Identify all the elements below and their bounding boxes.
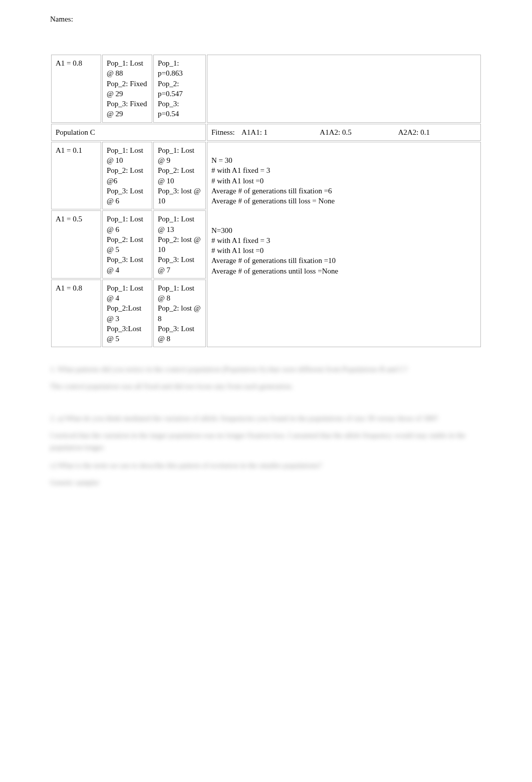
cell-pop-n300: Pop_1: Lost @ 8 Pop_2: lost @ 8 Pop_3: L… bbox=[153, 280, 206, 348]
question-2c: c) What is the term we use to describe t… bbox=[50, 459, 482, 471]
question-1: 1. What patterns did you notice in the c… bbox=[50, 363, 482, 375]
cell-a1: A1 = 0.1 bbox=[51, 142, 101, 210]
fitness-a1a2: A1A2: 0.5 bbox=[320, 127, 398, 137]
cell-pop-n300: Pop_1: Lost @ 13 Pop_2: lost @ 10 Pop_3:… bbox=[153, 210, 206, 279]
data-table: A1 = 0.8 Pop_1: Lost @ 88 Pop_2: Fixed @… bbox=[50, 54, 482, 348]
names-label: Names: bbox=[50, 15, 482, 24]
cell-pop-n30: Pop_1: Lost @ 4 Pop_2:Lost @ 3 Pop_3:Los… bbox=[102, 280, 152, 348]
question-2a: 2. a) What do you think mediated the var… bbox=[50, 412, 482, 424]
cell-a1: A1 = 0.8 bbox=[51, 280, 101, 348]
fitness-a1a1: A1A1: 1 bbox=[241, 127, 320, 137]
cell-summary: N = 30 # with A1 fixed = 3 # with A1 los… bbox=[207, 142, 481, 348]
table-row: A1 = 0.1 Pop_1: Lost @ 10 Pop_2: Lost @6… bbox=[51, 142, 481, 210]
cell-pop-n300: Pop_1: p=0.863 Pop_2: p=0.547 Pop_3: p=0… bbox=[153, 55, 206, 123]
cell-population-label: Population C bbox=[51, 124, 206, 141]
cell-pop-n30: Pop_1: Lost @ 10 Pop_2: Lost @6 Pop_3: L… bbox=[102, 142, 152, 210]
answer-1: The control population was all fixed and… bbox=[50, 380, 482, 392]
table-row: Population C Fitness: A1A1: 1 A1A2: 0.5 … bbox=[51, 124, 481, 141]
cell-a1: A1 = 0.5 bbox=[51, 210, 101, 279]
cell-a1: A1 = 0.8 bbox=[51, 55, 101, 123]
answer-2a: I noticed that the variation in the larg… bbox=[50, 429, 482, 453]
table-row: A1 = 0.8 Pop_1: Lost @ 88 Pop_2: Fixed @… bbox=[51, 55, 481, 123]
cell-pop-n30: Pop_1: Lost @ 88 Pop_2: Fixed @ 29 Pop_3… bbox=[102, 55, 152, 123]
cell-summary bbox=[207, 55, 481, 123]
fitness-label: Fitness: bbox=[211, 127, 241, 137]
cell-fitness: Fitness: A1A1: 1 A1A2: 0.5 A2A2: 0.1 bbox=[207, 124, 481, 141]
cell-pop-n30: Pop_1: Lost @ 6 Pop_2: Lost @ 5 Pop_3: L… bbox=[102, 210, 152, 279]
cell-pop-n300: Pop_1: Lost @ 9 Pop_2: Lost @ 10 Pop_3: … bbox=[153, 142, 206, 210]
answer-2c: Genetic sampler bbox=[50, 476, 482, 488]
fitness-a2a2: A2A2: 0.1 bbox=[398, 127, 476, 137]
